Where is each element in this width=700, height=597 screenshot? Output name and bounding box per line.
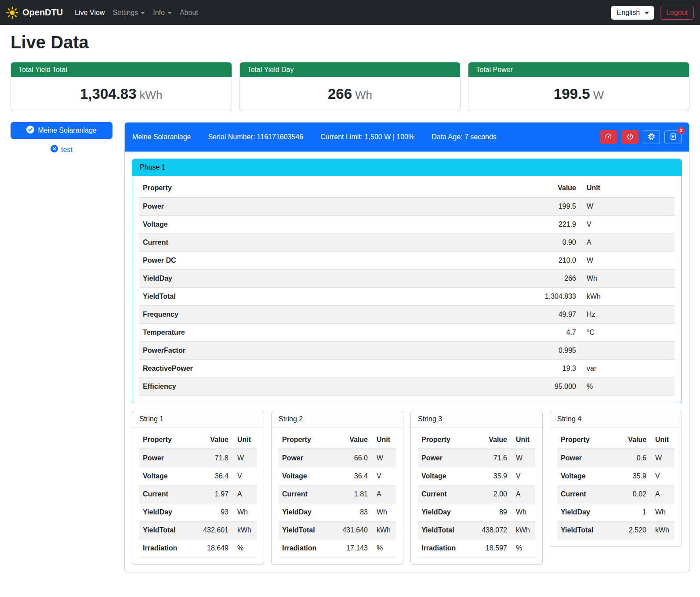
table-header-row: Property Value Unit [279,431,396,449]
row-value: 93 [199,503,232,521]
strings-row: String 1 Property Value Unit [132,411,682,565]
row-unit: Wh [232,503,257,521]
column-header-value: Value [338,431,371,449]
row-property: Current [279,485,338,503]
column-header-unit: Unit [371,431,396,449]
row-unit: V [511,467,535,485]
row-value: 83 [338,503,371,521]
row-unit: W [371,449,396,467]
chevron-down-icon [141,12,145,14]
string-table-body: Power 0.6 W Voltage 35.9 V [557,449,675,539]
check-circle-icon [26,126,34,135]
device-info-button[interactable] [643,130,660,144]
column-header-value: Value [617,431,650,449]
row-value: 4.7 [513,324,580,342]
power-toggle-button[interactable] [621,130,638,144]
row-property: YieldDay [139,503,199,521]
row-unit: kWh [232,521,257,539]
row-property: Irradiation [139,539,199,557]
row-value: 19.3 [513,360,580,378]
nav-settings[interactable]: Settings [109,5,149,20]
serial-number: Serial Number: 116171603546 [208,133,303,141]
table-header-row: Property Value Unit [557,431,675,449]
row-unit: % [580,378,675,396]
string-table-body: Power 71.8 W Voltage 36.4 V [139,449,257,557]
table-row: ReactivePower 19.3 var [139,360,675,378]
card-unit: kWh [140,88,163,101]
nav-info[interactable]: Info [149,5,176,20]
nav-about[interactable]: About [176,5,202,20]
pin-row: test [11,145,112,154]
row-value: 1.97 [199,485,232,503]
row-unit: W [580,197,675,216]
row-value: 0.02 [617,485,650,503]
row-value: 89 [477,503,511,521]
row-value: 35.9 [477,467,511,485]
card-value-area: 266Wh [240,77,461,111]
row-value: 49.97 [513,306,580,324]
row-property: YieldTotal [557,521,617,539]
row-value: 431.640 [338,521,371,539]
row-property: Current [139,234,513,252]
table-row: Irradiation 17.143 % [279,539,396,557]
row-value: 199.5 [513,197,580,216]
row-property: Irradiation [279,539,338,557]
sun-logo-icon [6,7,18,19]
logout-button[interactable]: Logout [660,6,694,20]
row-value: 210.0 [513,252,580,270]
column-header-property: Property [557,431,617,449]
card-title: Total Yield Total [11,62,232,77]
string-table-body: Power 71.6 W Voltage 35.9 V [418,449,535,557]
row-property: Power [279,449,338,467]
brand-link[interactable]: OpenDTU [6,7,63,19]
row-property: YieldTotal [139,288,513,306]
table-row: YieldDay 266 Wh [139,270,675,288]
row-property: Voltage [139,467,199,485]
table-row: Current 1.81 A [279,485,396,503]
column-header-unit: Unit [580,179,675,197]
row-unit: A [580,234,675,252]
inverter-select-button[interactable]: Meine Solaranlage [11,122,112,139]
navbar-right: English Logout [611,6,694,20]
row-unit: A [650,485,675,503]
string-table: Property Value Unit Power [557,431,675,539]
language-select[interactable]: English [611,6,654,20]
row-property: Power [139,197,513,216]
table-row: YieldDay 1 Wh [557,503,675,521]
event-count-badge: 2 [678,127,685,134]
nav-live-view[interactable]: Live View [71,5,109,20]
row-property: Power [139,449,199,467]
row-unit: A [232,485,257,503]
total-yield-total-card: Total Yield Total 1,304.83kWh [11,62,232,111]
row-value: 0.90 [513,234,580,252]
table-row: YieldDay 89 Wh [418,503,535,521]
table-row: Power 71.8 W [139,449,257,467]
speedometer-icon [605,133,612,141]
table-row: Frequency 49.97 Hz [139,306,675,324]
card-title: Total Power [468,62,689,77]
inverter-panel: Meine Solaranlage Serial Number: 1161716… [124,122,689,572]
table-row: Voltage 36.4 V [139,467,257,485]
table-row: Power 66.0 W [279,449,396,467]
limit-settings-button[interactable] [600,130,617,144]
row-property: YieldDay [557,503,617,521]
row-property: Power DC [139,252,513,270]
string-body: Property Value Unit Power [550,427,682,546]
row-value: 36.4 [338,467,371,485]
row-unit: V [650,467,675,485]
card-unit: W [593,88,604,101]
row-unit: var [580,360,675,378]
x-circle-icon[interactable] [51,145,58,154]
row-value: 1,304.833 [513,288,580,306]
table-row: Power 199.5 W [139,197,675,216]
row-property: Frequency [139,306,513,324]
row-unit: % [232,539,257,557]
row-property: Current [418,485,477,503]
event-log-button[interactable]: 2 [664,130,682,144]
row-unit: W [511,449,535,467]
column-header-property: Property [139,179,513,197]
pin-link[interactable]: test [61,146,73,154]
string-title: String 3 [411,411,542,427]
row-unit: °C [580,324,675,342]
string-card-1: String 1 Property Value Unit [132,411,264,565]
